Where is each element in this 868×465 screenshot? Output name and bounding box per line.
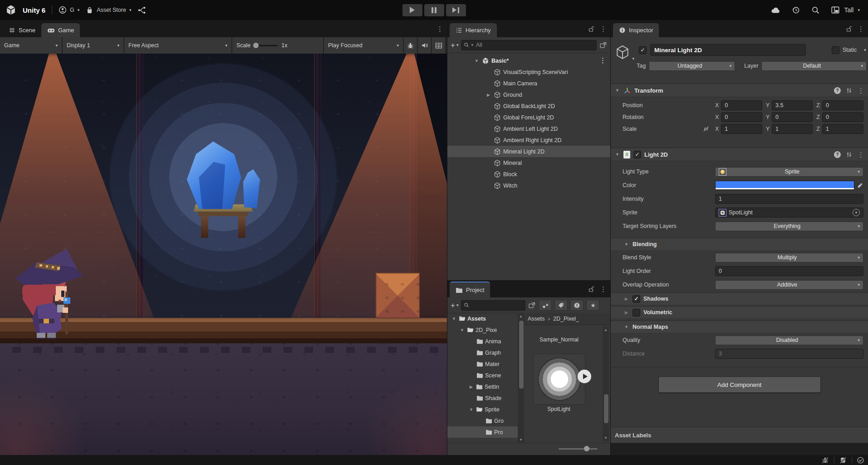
scene-menu-icon[interactable]: ⋮ xyxy=(599,57,606,64)
hierarchy-item-selected[interactable]: Mineral Light 2D xyxy=(447,146,610,157)
gameobject-name-field[interactable] xyxy=(650,44,806,56)
scroll-down-icon[interactable]: ▼ xyxy=(518,438,524,442)
expand-icon[interactable]: ▶ xyxy=(623,310,629,315)
filter-by-label-icon[interactable] xyxy=(554,300,568,311)
stats-icon[interactable] xyxy=(432,37,446,54)
normal-maps-foldout[interactable]: ▼ Normal Maps xyxy=(611,321,868,333)
tag-dropdown[interactable]: Untagged▾ xyxy=(649,61,735,71)
search-filter-caret[interactable]: ▾ xyxy=(471,43,473,47)
intensity-field[interactable]: 1 xyxy=(715,194,863,204)
project-tree-item[interactable]: Graph xyxy=(447,347,518,358)
audio-mute-icon[interactable] xyxy=(418,37,432,54)
project-tree-item-selected[interactable]: Pro xyxy=(447,426,518,438)
hierarchy-item[interactable]: Ambient Right Light 2D xyxy=(447,134,610,146)
light-order-field[interactable]: 0 xyxy=(715,266,863,276)
search-button[interactable] xyxy=(811,6,820,15)
project-tree-item[interactable]: ▼Sprite xyxy=(447,404,518,415)
cache-server-disabled-icon[interactable] xyxy=(839,456,847,464)
project-tree-item[interactable]: ▶Settin xyxy=(447,381,518,392)
tree-scrollbar[interactable]: ▲ ▼ xyxy=(518,313,524,443)
transform-component-header[interactable]: ▼ Transform ? ⋮ xyxy=(611,84,868,97)
hierarchy-item[interactable]: Mineral xyxy=(447,157,610,168)
sprite-object-field[interactable]: SpotLight xyxy=(715,208,863,218)
help-icon[interactable]: ? xyxy=(834,87,841,94)
position-x-field[interactable]: 0 xyxy=(721,100,762,110)
project-search-input[interactable] xyxy=(471,302,523,309)
scroll-up-icon[interactable]: ▲ xyxy=(518,314,524,318)
rotation-x-field[interactable]: 0 xyxy=(721,112,762,122)
layer-dropdown[interactable]: Default▾ xyxy=(761,61,867,71)
color-swatch[interactable] xyxy=(715,181,854,190)
position-y-field[interactable]: 3.5 xyxy=(772,100,813,110)
foldout-icon[interactable]: ▼ xyxy=(451,317,457,321)
presets-icon[interactable] xyxy=(846,151,853,158)
tab-game[interactable]: Game xyxy=(41,23,80,37)
project-tree-item[interactable]: Gro xyxy=(447,415,518,426)
asset-labels-section[interactable]: Asset Labels xyxy=(611,427,868,443)
project-tree-item[interactable]: Shade xyxy=(447,392,518,404)
project-tree-item[interactable]: Anima xyxy=(447,336,518,347)
hierarchy-search[interactable]: ▾ xyxy=(461,40,597,50)
shadows-checkbox[interactable]: ✓ xyxy=(633,295,640,303)
hierarchy-item[interactable]: Global ForeLight 2D xyxy=(447,112,610,123)
overlap-operation-dropdown[interactable]: Additive▾ xyxy=(715,280,863,290)
scale-y-field[interactable]: 1 xyxy=(772,124,813,134)
progress-check-icon[interactable] xyxy=(857,456,864,464)
rotation-z-field[interactable]: 0 xyxy=(822,112,863,122)
component-menu-icon[interactable]: ⋮ xyxy=(858,151,864,158)
history-button[interactable] xyxy=(791,5,800,15)
breadcrumb-root[interactable]: Assets xyxy=(528,316,545,322)
lock-icon[interactable] xyxy=(588,25,594,32)
foldout-icon[interactable]: ▼ xyxy=(623,325,629,329)
tab-project[interactable]: Project xyxy=(450,282,490,297)
link-broken-icon[interactable] xyxy=(702,125,715,133)
eyedropper-icon[interactable] xyxy=(857,182,863,189)
hierarchy-item[interactable]: Block xyxy=(447,168,610,180)
presets-icon[interactable] xyxy=(846,87,853,94)
scale-x-field[interactable]: 1 xyxy=(721,124,762,134)
version-control-button[interactable] xyxy=(137,6,146,15)
project-tree-item[interactable]: Scene xyxy=(447,370,518,381)
favorites-star-icon[interactable]: ★ xyxy=(586,300,599,311)
breadcrumb-current[interactable]: 2D_Pixel_ xyxy=(553,316,579,322)
foldout-icon[interactable]: ▼ xyxy=(623,242,629,247)
asset-label[interactable]: Sample_Normal xyxy=(528,336,590,343)
project-tree-item[interactable]: ▼2D_Pixe xyxy=(447,324,518,336)
asset-store-menu[interactable]: Asset Store ▾ xyxy=(86,6,131,14)
mute-debugger-icon[interactable] xyxy=(404,37,418,54)
spotlight-asset-thumbnail[interactable] xyxy=(533,354,585,405)
panel-menu-icon[interactable]: ⋮ xyxy=(436,25,443,32)
asset-label[interactable]: SpotLight xyxy=(533,406,584,412)
step-button[interactable] xyxy=(446,4,466,16)
filter-by-type-icon[interactable] xyxy=(539,300,552,311)
light2d-component-header[interactable]: ▼ # ✓ Light 2D ? ⋮ xyxy=(611,148,868,161)
hierarchy-item[interactable]: VisualScripting SceneVari xyxy=(447,66,610,78)
account-menu[interactable]: G ▾ xyxy=(59,6,79,14)
scroll-down-icon[interactable]: ▼ xyxy=(603,436,609,440)
thumbnail-zoom-slider[interactable] xyxy=(559,448,598,450)
expand-icon[interactable]: ▶ xyxy=(485,93,491,97)
add-component-button[interactable]: Add Component xyxy=(658,376,821,393)
blending-foldout[interactable]: ▼ Blending xyxy=(611,238,868,251)
play-button[interactable] xyxy=(402,4,422,16)
popout-icon[interactable] xyxy=(528,302,536,309)
aspect-ratio-dropdown[interactable]: Free Aspect▾ xyxy=(124,37,232,54)
volumetric-foldout[interactable]: ▶ ✓ Volumetric xyxy=(611,306,868,319)
cloud-button[interactable] xyxy=(770,6,780,14)
scroll-up-icon[interactable]: ▲ xyxy=(603,328,609,332)
foldout-icon[interactable]: ▼ xyxy=(614,88,620,93)
expand-icon[interactable]: ▶ xyxy=(623,297,629,301)
position-z-field[interactable]: 0 xyxy=(822,100,863,110)
static-flags-caret[interactable]: ▾ xyxy=(864,48,866,52)
hierarchy-item[interactable]: Ambient Left Light 2D xyxy=(447,123,610,134)
tab-hierarchy[interactable]: Hierarchy xyxy=(450,23,497,37)
project-search[interactable] xyxy=(461,300,525,311)
light-type-dropdown[interactable]: Sprite ▾ xyxy=(715,167,863,177)
rotation-y-field[interactable]: 0 xyxy=(772,112,813,122)
lock-icon[interactable] xyxy=(846,25,852,32)
pause-button[interactable] xyxy=(424,4,444,16)
panel-menu-icon[interactable]: ⋮ xyxy=(600,286,607,292)
lock-icon[interactable] xyxy=(588,286,594,292)
asset-preview-play-icon[interactable] xyxy=(578,370,591,383)
shadows-foldout[interactable]: ▶ ✓ Shadows xyxy=(611,292,868,305)
